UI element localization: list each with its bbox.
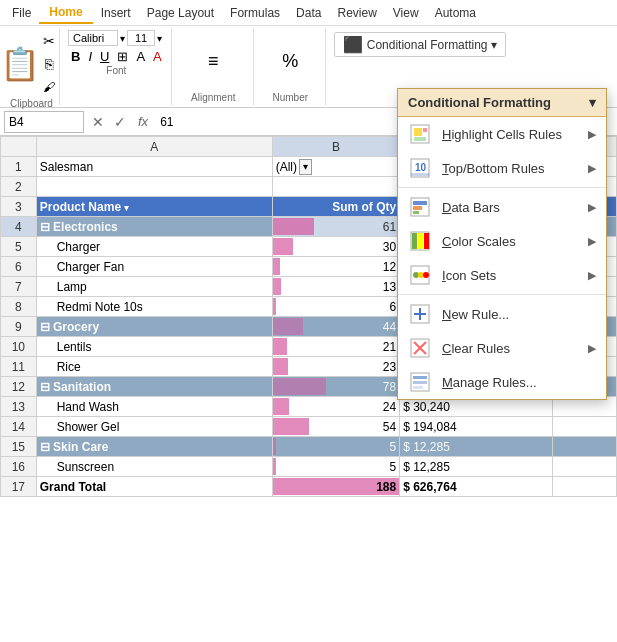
cell-c15[interactable]: $ 12,285 — [400, 437, 553, 457]
row-num-7: 7 — [1, 277, 37, 297]
cell-d16[interactable] — [553, 457, 617, 477]
cell-c16[interactable]: $ 12,285 — [400, 457, 553, 477]
menu-item-iconsets[interactable]: Icon Sets ▶ — [398, 258, 606, 292]
cell-d15[interactable] — [553, 437, 617, 457]
table-row: 15 ⊟ Skin Care 5 $ 12,285 — [1, 437, 617, 457]
row-num-5: 5 — [1, 237, 37, 257]
number-icon[interactable]: % — [274, 45, 306, 77]
cancel-formula-icon[interactable]: ✕ — [88, 112, 108, 132]
bold-button[interactable]: B — [68, 48, 83, 65]
row-num-9: 9 — [1, 317, 37, 337]
font-color-button[interactable]: A — [150, 48, 165, 65]
col-header-b[interactable]: B — [272, 137, 400, 157]
underline-button[interactable]: U — [97, 48, 112, 65]
colorscales-icon — [408, 229, 432, 253]
cell-b9[interactable]: 44 — [272, 317, 400, 337]
menu-data[interactable]: Data — [288, 4, 329, 22]
menu-automate[interactable]: Automa — [427, 4, 484, 22]
border-button[interactable]: ⊞ — [114, 48, 131, 65]
confirm-formula-icon[interactable]: ✓ — [110, 112, 130, 132]
cell-a14[interactable]: Shower Gel — [36, 417, 272, 437]
salesman-dropdown-button[interactable]: ▾ — [299, 159, 312, 175]
menu-view[interactable]: View — [385, 4, 427, 22]
menu-home[interactable]: Home — [39, 2, 92, 24]
cell-b7[interactable]: 13 — [272, 277, 400, 297]
fill-color-button[interactable]: A — [133, 48, 148, 65]
dropdown-header: Conditional Formatting ▾ — [398, 89, 606, 117]
menu-item-newrule[interactable]: New Rule... — [398, 297, 606, 331]
font-size-dropdown[interactable]: ▾ — [157, 33, 162, 44]
italic-button[interactable]: I — [85, 48, 95, 65]
cell-a9[interactable]: ⊟ Grocery — [36, 317, 272, 337]
menu-item-managerules[interactable]: Manage Rules... — [398, 365, 606, 399]
clipboard-label: Clipboard — [10, 98, 53, 109]
cell-b13[interactable]: 24 — [272, 397, 400, 417]
menu-item-databars[interactable]: Data Bars ▶ — [398, 190, 606, 224]
menu-insert[interactable]: Insert — [93, 4, 139, 22]
alignment-icon[interactable]: ≡ — [197, 45, 229, 77]
cell-a11[interactable]: Rice — [36, 357, 272, 377]
cell-d17[interactable] — [553, 477, 617, 497]
cell-c14[interactable]: $ 194,084 — [400, 417, 553, 437]
menu-page-layout[interactable]: Page Layout — [139, 4, 222, 22]
font-size-input[interactable]: 11 — [127, 30, 155, 46]
cell-b12[interactable]: 78 — [272, 377, 400, 397]
cell-b3[interactable]: Sum of Qty — [272, 197, 400, 217]
cell-b8[interactable]: 6 — [272, 297, 400, 317]
cell-a2[interactable] — [36, 177, 272, 197]
cell-b17[interactable]: 188 — [272, 477, 400, 497]
svg-rect-14 — [424, 233, 429, 249]
font-name-input[interactable]: Calibri — [68, 30, 118, 46]
cell-b11[interactable]: 23 — [272, 357, 400, 377]
menu-item-colorscales[interactable]: Color Scales ▶ — [398, 224, 606, 258]
highlight-arrow: ▶ — [588, 128, 596, 141]
cell-a15[interactable]: ⊟ Skin Care — [36, 437, 272, 457]
cell-b14[interactable]: 54 — [272, 417, 400, 437]
fx-label: fx — [134, 114, 152, 129]
menu-item-highlight[interactable]: Highlight Cells Rules ▶ — [398, 117, 606, 151]
cell-a5[interactable]: Charger — [36, 237, 272, 257]
cell-reference-box[interactable]: B4 — [4, 111, 84, 133]
table-row: 14 Shower Gel 54 $ 194,084 — [1, 417, 617, 437]
cut-button[interactable]: ✂ — [38, 30, 60, 52]
cell-a3[interactable]: Product Name ▾ — [36, 197, 272, 217]
cell-a6[interactable]: Charger Fan — [36, 257, 272, 277]
menu-review[interactable]: Review — [329, 4, 384, 22]
cell-b10[interactable]: 21 — [272, 337, 400, 357]
menu-formulas[interactable]: Formulas — [222, 4, 288, 22]
paste-button[interactable]: 📋 — [4, 48, 36, 80]
menu-item-clearrules[interactable]: Clear Rules ▶ — [398, 331, 606, 365]
svg-text:10: 10 — [415, 162, 427, 173]
cell-a1[interactable]: Salesman — [36, 157, 272, 177]
databars-label: Data Bars — [442, 200, 500, 215]
cell-a13[interactable]: Hand Wash — [36, 397, 272, 417]
cell-b2[interactable] — [272, 177, 400, 197]
cell-a16[interactable]: Sunscreen — [36, 457, 272, 477]
cell-b4[interactable]: 61 — [272, 217, 400, 237]
cell-a7[interactable]: Lamp — [36, 277, 272, 297]
cell-d14[interactable] — [553, 417, 617, 437]
cell-c17[interactable]: $ 626,764 — [400, 477, 553, 497]
divider-2 — [398, 294, 606, 295]
cell-a8[interactable]: Redmi Note 10s — [36, 297, 272, 317]
svg-rect-2 — [423, 128, 427, 132]
cell-a17[interactable]: Grand Total — [36, 477, 272, 497]
cell-b6[interactable]: 12 — [272, 257, 400, 277]
menu-file[interactable]: File — [4, 4, 39, 22]
svg-rect-10 — [413, 211, 419, 214]
font-name-dropdown[interactable]: ▾ — [120, 33, 125, 44]
menu-item-topbottom[interactable]: 10 Top/Bottom Rules ▶ — [398, 151, 606, 185]
cell-b1[interactable]: (All) ▾ — [272, 157, 400, 177]
format-painter-button[interactable]: 🖌 — [38, 76, 60, 98]
cell-b5[interactable]: 30 — [272, 237, 400, 257]
cell-b16[interactable]: 5 — [272, 457, 400, 477]
cell-a10[interactable]: Lentils — [36, 337, 272, 357]
row-num-13: 13 — [1, 397, 37, 417]
col-header-a[interactable]: A — [36, 137, 272, 157]
cell-a4[interactable]: ⊟ Electronics — [36, 217, 272, 237]
copy-button[interactable]: ⎘ — [38, 53, 60, 75]
cell-a12[interactable]: ⊟ Sanitation — [36, 377, 272, 397]
cell-b15[interactable]: 5 — [272, 437, 400, 457]
conditional-formatting-button[interactable]: ⬛ Conditional Formatting ▾ — [334, 32, 507, 57]
table-row: 16 Sunscreen 5 $ 12,285 — [1, 457, 617, 477]
